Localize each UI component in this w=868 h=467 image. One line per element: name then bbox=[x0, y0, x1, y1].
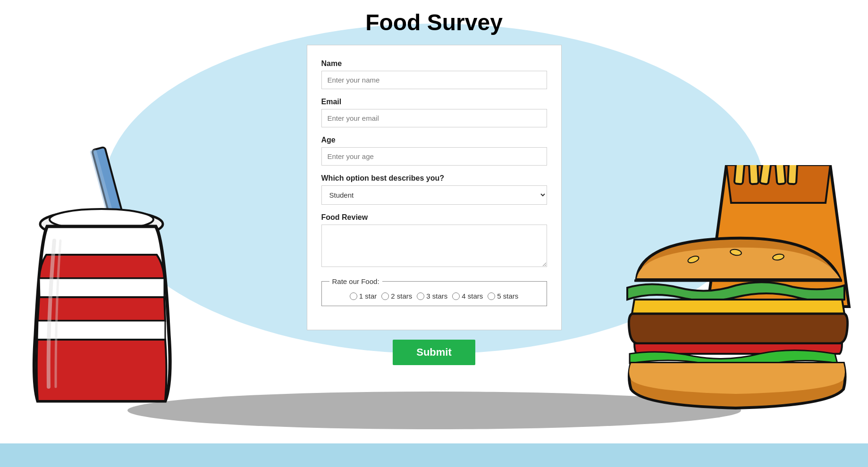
page-title: Food Survey bbox=[0, 0, 868, 40]
rating-option-5[interactable]: 5 stars bbox=[488, 292, 518, 300]
occupation-select[interactable]: Student Professional Other bbox=[321, 185, 547, 205]
review-field-group: Food Review bbox=[321, 213, 547, 269]
submit-button[interactable]: Submit bbox=[393, 340, 475, 365]
age-label: Age bbox=[321, 136, 547, 144]
dropdown-field-group: Which option best describes you? Student… bbox=[321, 174, 547, 205]
age-input[interactable] bbox=[321, 147, 547, 166]
name-label: Name bbox=[321, 59, 547, 68]
rating-radio-4[interactable] bbox=[452, 292, 460, 300]
rating-option-4[interactable]: 4 stars bbox=[452, 292, 483, 300]
rating-label-5: 5 stars bbox=[497, 292, 518, 300]
rating-fieldset: Rate our Food: 1 star 2 stars 3 stars bbox=[321, 277, 547, 306]
rating-label-3: 3 stars bbox=[426, 292, 447, 300]
rating-label-1: 1 star bbox=[359, 292, 377, 300]
email-input[interactable] bbox=[321, 109, 547, 127]
name-input[interactable] bbox=[321, 71, 547, 89]
email-label: Email bbox=[321, 98, 547, 106]
email-field-group: Email bbox=[321, 98, 547, 127]
rating-radio-2[interactable] bbox=[381, 292, 389, 300]
rating-option-2[interactable]: 2 stars bbox=[381, 292, 412, 300]
bottom-stripe bbox=[0, 443, 868, 467]
name-field-group: Name bbox=[321, 59, 547, 89]
submit-area: Submit bbox=[0, 330, 868, 370]
rating-radio-3[interactable] bbox=[417, 292, 424, 300]
rating-label-2: 2 stars bbox=[391, 292, 412, 300]
age-field-group: Age bbox=[321, 136, 547, 166]
rating-options-group: 1 star 2 stars 3 stars 4 stars bbox=[329, 292, 539, 300]
form-wrapper: Name Email Age Which option best describ… bbox=[0, 40, 868, 370]
rating-legend: Rate our Food: bbox=[329, 277, 382, 285]
dropdown-label: Which option best describes you? bbox=[321, 174, 547, 183]
rating-option-1[interactable]: 1 star bbox=[350, 292, 377, 300]
food-review-textarea[interactable] bbox=[321, 225, 547, 267]
rating-label-4: 4 stars bbox=[462, 292, 483, 300]
rating-option-3[interactable]: 3 stars bbox=[417, 292, 447, 300]
survey-form-card: Name Email Age Which option best describ… bbox=[307, 45, 562, 330]
survey-form: Name Email Age Which option best describ… bbox=[321, 59, 547, 306]
rating-radio-5[interactable] bbox=[488, 292, 495, 300]
rating-radio-1[interactable] bbox=[350, 292, 357, 300]
review-label: Food Review bbox=[321, 213, 547, 222]
